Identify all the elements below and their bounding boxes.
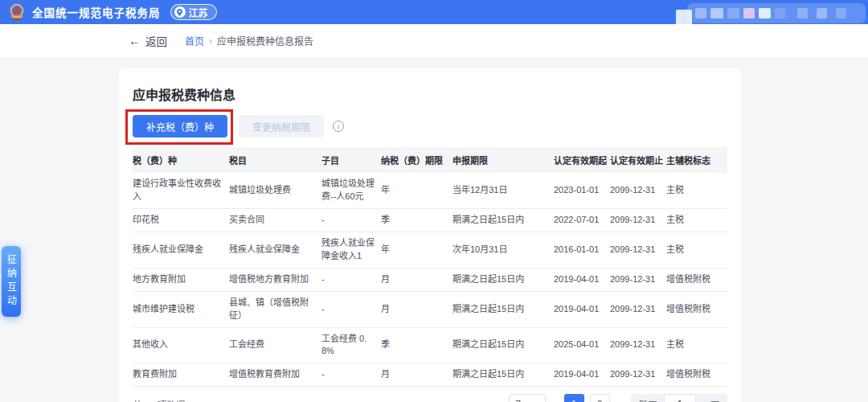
- table-cell: 2022-07-01: [554, 208, 610, 232]
- table-row: 教育费附加 增值税教育费附加 - 月 期满之日起15日内 2019-04-01 …: [133, 363, 727, 387]
- table-cell: 买卖合同: [229, 208, 321, 232]
- col-header-valid-to: 认定有效期止: [610, 147, 666, 173]
- table-cell: 残疾人就业保障金收入1: [321, 232, 381, 268]
- col-header-declare-deadline: 申报期限: [452, 147, 554, 173]
- redacted-block: [797, 8, 808, 18]
- tax-types-table: 税（费）种 税目 子目 纳税（费）期限 申报期限 认定有效期起 认定有效期止 主…: [133, 147, 727, 387]
- app-header: 全国统一规范电子税务局 江苏: [0, 0, 868, 24]
- redacted-block: [743, 8, 755, 18]
- table-cell: 增值税教育费附加: [229, 363, 321, 387]
- redacted-block: [836, 8, 846, 18]
- table-cell: 残疾人就业保障金: [229, 232, 321, 268]
- table-cell: 主税: [666, 173, 727, 208]
- table-cell: 期满之日起15日内: [452, 363, 554, 387]
- table-row: 城市维护建设税 县城、镇（增值税附征） - 月 期满之日起15日内 2019-0…: [133, 291, 727, 327]
- table-row: 残疾人就业保障金 残疾人就业保障金 残疾人就业保障金收入1 年 次年10月31日…: [133, 232, 727, 268]
- table-cell: -: [321, 208, 381, 232]
- table-cell: 次年10月31日: [452, 232, 554, 268]
- table-cell: 2019-04-01: [554, 291, 610, 327]
- table-cell: 年: [381, 232, 452, 268]
- table-cell: 2099-12-31: [610, 291, 666, 327]
- col-header-pay-period: 纳税（费）期限: [381, 147, 452, 173]
- location-switcher[interactable]: 江苏: [170, 4, 217, 20]
- table-cell: 2099-12-31: [610, 208, 666, 232]
- table-cell: 2019-04-01: [554, 268, 610, 291]
- redacted-block: [727, 8, 739, 18]
- table-cell: 2099-12-31: [610, 327, 666, 363]
- back-button[interactable]: ← 返回: [129, 33, 167, 49]
- table-row: 建设行政事业性收费收入 城镇垃圾处理费 城镇垃圾处理费--人60元 年 当年12…: [133, 173, 727, 208]
- table-footer: 共 10 项数据 7 ∨ ‹ 1 2 › 跳至 /2页: [133, 387, 727, 402]
- table-cell: 2019-04-01: [554, 363, 610, 387]
- col-header-main-aux-flag: 主辅税标志: [666, 147, 727, 173]
- page-button-2[interactable]: 2: [590, 394, 610, 402]
- redacted-block: [695, 8, 706, 18]
- table-cell: 年: [381, 173, 452, 208]
- page-button-1[interactable]: 1: [564, 394, 584, 402]
- breadcrumb-separator: ›: [209, 35, 212, 47]
- back-label: 返回: [145, 33, 167, 49]
- col-header-sub-item: 子目: [321, 147, 381, 173]
- table-cell: -: [321, 268, 381, 291]
- table-cell: 月: [381, 268, 452, 291]
- table-cell: -: [321, 363, 381, 387]
- redacted-block: [775, 8, 785, 18]
- redacted-block: [710, 8, 723, 18]
- table-cell: 当年12月31日: [452, 173, 554, 208]
- table-cell: 工会经费: [229, 327, 321, 363]
- col-header-valid-from: 认定有效期起: [554, 147, 610, 173]
- col-header-tax-type: 税（费）种: [133, 147, 229, 173]
- redacted-user-info[interactable]: [687, 3, 866, 23]
- table-cell: 月: [381, 363, 452, 387]
- supplement-tax-button[interactable]: 补充税（费）种: [133, 115, 227, 137]
- info-icon[interactable]: i: [333, 121, 344, 132]
- table-cell: 期满之日起15日内: [452, 208, 554, 232]
- table-cell: -: [321, 291, 381, 327]
- next-page-button[interactable]: ›: [616, 398, 622, 402]
- table-cell: 期满之日起15日内: [452, 291, 554, 327]
- redacted-block: [676, 10, 692, 26]
- table-cell: 期满之日起15日内: [452, 268, 554, 291]
- table-cell: 2023-01-01: [554, 173, 610, 208]
- table-cell: 其他收入: [133, 327, 229, 363]
- table-cell: 增值税附税: [666, 268, 727, 291]
- breadcrumb-bar: ← 返回 首页 › 应申报税费种信息报告: [0, 24, 868, 58]
- table-row: 印花税 买卖合同 - 季 期满之日起15日内 2022-07-01 2099-1…: [133, 208, 727, 232]
- col-header-tax-item: 税目: [229, 147, 321, 173]
- table-cell: 2099-12-31: [610, 363, 666, 387]
- breadcrumb-current: 应申报税费种信息报告: [217, 34, 313, 47]
- prev-page-button[interactable]: ‹: [551, 398, 558, 402]
- page-size-value: 7: [515, 399, 521, 402]
- table-cell: 主税: [666, 327, 727, 363]
- table-cell: 2025-04-01: [554, 327, 610, 363]
- table-header-row: 税（费）种 税目 子目 纳税（费）期限 申报期限 认定有效期起 认定有效期止 主…: [133, 147, 727, 173]
- table-cell: 主税: [666, 208, 727, 232]
- table-cell: 2099-12-31: [610, 268, 666, 291]
- table-cell: 2016-01-01: [554, 232, 610, 268]
- location-pin-icon: [174, 6, 186, 18]
- table-cell: 城镇垃圾处理费: [229, 173, 321, 208]
- jump-page-input[interactable]: [664, 394, 696, 402]
- page-title: 应申报税费种信息: [133, 84, 727, 104]
- table-cell: 地方教育附加: [133, 268, 229, 291]
- side-tab-label: 征纳互动: [5, 254, 18, 309]
- location-label: 江苏: [189, 6, 208, 19]
- table-cell: 印花税: [133, 208, 229, 232]
- redacted-block: [817, 8, 827, 18]
- breadcrumb-home-link[interactable]: 首页: [185, 34, 204, 47]
- page-size-select[interactable]: 7 ∨: [509, 394, 546, 402]
- table-cell: 月: [381, 291, 452, 327]
- main-panel: 应申报税费种信息 补充税（费）种 变更纳税期限 i 税（费）种 税目 子目 纳税…: [119, 68, 741, 402]
- table-cell: 工会经费 0.8%: [321, 327, 381, 363]
- table-cell: 增值税地方教育附加: [229, 268, 321, 291]
- table-row: 地方教育附加 增值税地方教育附加 - 月 期满之日起15日内 2019-04-0…: [133, 268, 727, 291]
- total-pages-label: /2页: [696, 398, 727, 402]
- tax-bureau-logo-icon: [8, 3, 26, 21]
- table-cell: 城镇垃圾处理费--人60元: [321, 173, 381, 208]
- toolbar: 补充税（费）种 变更纳税期限 i: [133, 115, 727, 137]
- redacted-block: [759, 8, 771, 18]
- interaction-side-tab[interactable]: 征纳互动: [2, 246, 21, 317]
- pagination: 7 ∨ ‹ 1 2 › 跳至 /2页: [509, 394, 727, 402]
- app-title: 全国统一规范电子税务局: [32, 4, 161, 20]
- jump-to-label: 跳至: [631, 398, 664, 402]
